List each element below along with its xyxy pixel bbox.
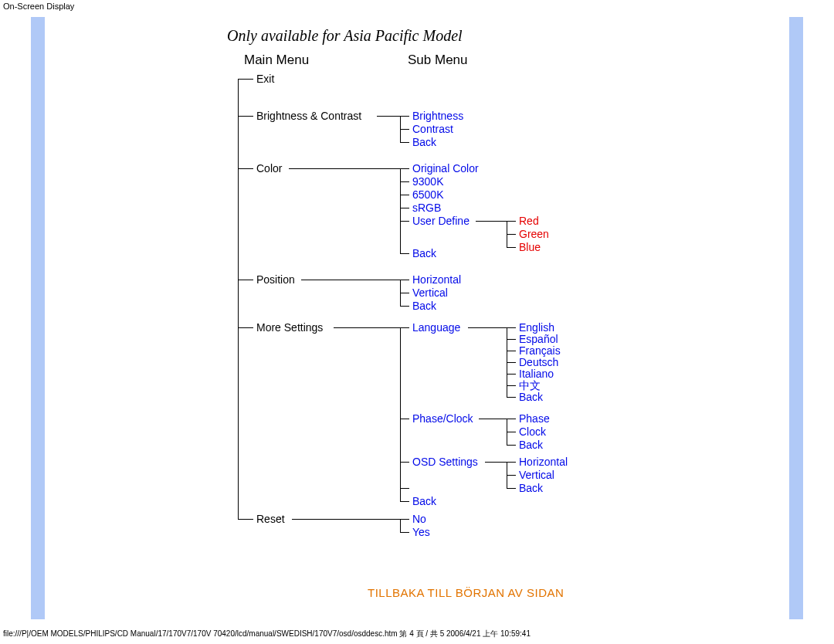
sub-brightness-contrast: Contrast	[412, 123, 453, 135]
main-menu-brightness-contrast: Brightness & Contrast	[256, 110, 361, 122]
menu-tree: Only available for Asia Pacific Model Ma…	[45, 17, 786, 619]
main-menu-reset: Reset	[256, 513, 285, 525]
sub-osd-back: Back	[519, 482, 543, 494]
column-header-main: Main Menu	[244, 54, 309, 66]
main-menu-exit: Exit	[256, 73, 274, 85]
sub-reset-yes: Yes	[412, 526, 430, 538]
sub-language-english: English	[519, 321, 554, 334]
sub-userdefine-green: Green	[519, 228, 549, 240]
sub-color-userdefine: User Define	[412, 215, 470, 227]
sub-language-chinese: 中文	[519, 379, 541, 391]
sub-color-srgb: sRGB	[412, 202, 441, 214]
sub-more-back: Back	[412, 495, 436, 507]
main-menu-position: Position	[256, 273, 295, 286]
sub-language-back: Back	[519, 391, 543, 403]
sub-osd-horizontal: Horizontal	[519, 456, 568, 468]
sub-color-back: Back	[412, 247, 436, 259]
page-frame: Only available for Asia Pacific Model Ma…	[31, 17, 803, 619]
sub-reset-no: No	[412, 513, 426, 525]
sub-language-deutsch: Deutsch	[519, 356, 558, 368]
sub-brightness-brightness: Brightness	[412, 110, 463, 122]
sub-language-francais: Français	[519, 344, 561, 357]
sub-userdefine-blue: Blue	[519, 241, 541, 253]
sub-userdefine-red: Red	[519, 215, 539, 227]
sub-position-vertical: Vertical	[412, 286, 448, 299]
column-header-sub: Sub Menu	[408, 54, 468, 66]
sub-language-italiano: Italiano	[519, 368, 554, 380]
sub-more-phaseclock: Phase/Clock	[412, 412, 473, 425]
sub-color-6500k: 6500K	[412, 188, 443, 201]
sub-position-horizontal: Horizontal	[412, 273, 461, 286]
sub-brightness-back: Back	[412, 136, 436, 148]
sub-more-osdsettings: OSD Settings	[412, 456, 478, 468]
sub-osd-vertical: Vertical	[519, 469, 554, 481]
page-title: On-Screen Display	[0, 0, 834, 11]
back-to-top-link[interactable]: TILLBAKA TILL BÖRJAN AV SIDAN	[368, 587, 564, 599]
sub-color-9300k: 9300K	[412, 175, 443, 188]
sub-color-original: Original Color	[412, 162, 479, 175]
main-menu-color: Color	[256, 162, 282, 175]
sub-phaseclock-phase: Phase	[519, 412, 550, 425]
sub-position-back: Back	[412, 300, 436, 312]
main-menu-more-settings: More Settings	[256, 321, 323, 334]
sub-language-espanol: Español	[519, 333, 558, 345]
sub-phaseclock-clock: Clock	[519, 425, 546, 438]
sub-more-language: Language	[412, 321, 460, 334]
subtitle: Only available for Asia Pacific Model	[227, 29, 463, 42]
sub-phaseclock-back: Back	[519, 439, 543, 451]
